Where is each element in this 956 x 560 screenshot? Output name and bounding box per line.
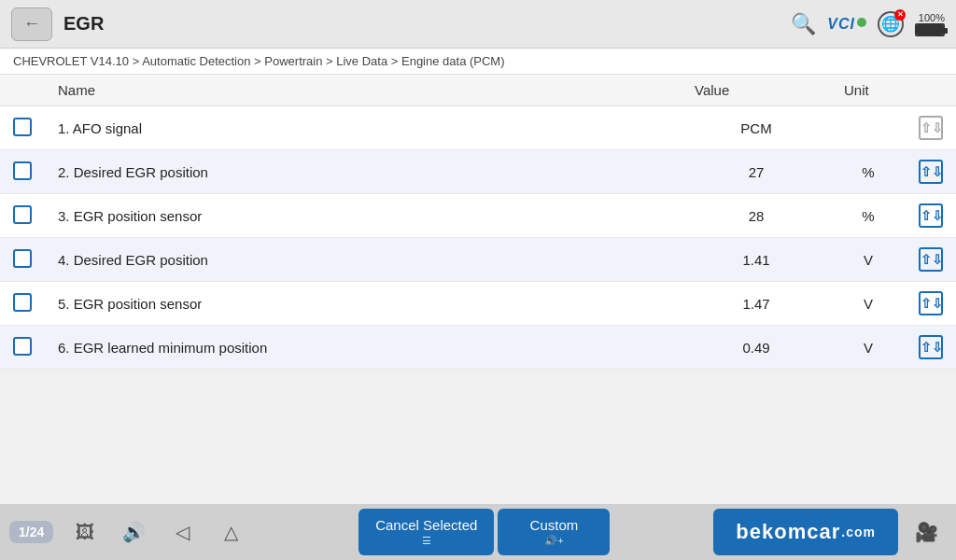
breadcrumb-text: CHEVROLET V14.10 > Automatic Detection >… [13, 54, 505, 68]
graph-icon[interactable]: ⇧⇩ [919, 247, 943, 272]
header: ← EGR 🔍 VCI 🌐 ✕ 100% [0, 0, 956, 49]
th-graph [906, 75, 956, 106]
row-name: 3. EGR position sensor [45, 194, 682, 238]
row-graph-cell[interactable]: ⇧⇩ [906, 194, 956, 238]
row-unit: % [831, 194, 906, 238]
vci-indicator: VCI [827, 16, 866, 33]
cancel-selected-label: Cancel Selected [375, 517, 477, 533]
bottom-bar: 1/24 🖼 🔊 ◁ △ Cancel Selected ☰ Custom 🔊+… [0, 504, 956, 560]
volume-button[interactable]: 🔊 [109, 511, 158, 553]
row-name: 6. EGR learned minimum position [45, 326, 682, 370]
checkbox-cell[interactable] [0, 150, 45, 194]
checkbox-cell[interactable] [0, 282, 45, 326]
cancel-selected-sub: ☰ [422, 535, 431, 547]
row-checkbox[interactable] [13, 249, 32, 268]
th-value: Value [682, 75, 831, 106]
row-unit [831, 106, 906, 150]
page-indicator: 1/24 [9, 521, 53, 543]
row-name: 2. Desired EGR position [45, 150, 682, 194]
row-value: 1.41 [682, 238, 831, 282]
row-value: 28 [682, 194, 831, 238]
battery-indicator: 100% [915, 12, 945, 36]
table-row: 6. EGR learned minimum position0.49V⇧⇩ [0, 326, 956, 370]
row-graph-cell[interactable]: ⇧⇩ [906, 238, 956, 282]
record-icon: 🎥 [915, 521, 938, 543]
graph-icon[interactable]: ⇧⇩ [919, 291, 943, 315]
brand-domain: .com [841, 525, 876, 539]
row-name: 1. AFO signal [45, 106, 682, 150]
custom-label: Custom [530, 517, 579, 533]
search-icon[interactable]: 🔍 [791, 12, 816, 36]
graph-icon[interactable]: ⇧⇩ [919, 335, 943, 359]
th-unit: Unit [831, 75, 906, 106]
network-icon[interactable]: 🌐 ✕ [878, 11, 904, 37]
row-graph-cell[interactable]: ⇧⇩ [906, 282, 956, 326]
row-graph-cell[interactable]: ⇧⇩ [906, 326, 956, 370]
back-nav-icon: ◁ [176, 521, 190, 543]
row-checkbox[interactable] [13, 293, 32, 312]
table-body: 1. AFO signalPCM⇧⇩2. Desired EGR positio… [0, 106, 956, 370]
checkbox-cell[interactable] [0, 326, 45, 370]
graph-icon[interactable]: ⇧⇩ [919, 160, 943, 184]
custom-sub: 🔊+ [544, 535, 563, 547]
checkbox-cell[interactable] [0, 238, 45, 282]
network-error-badge: ✕ [894, 9, 906, 21]
vci-label: VCI [827, 16, 855, 33]
row-unit: V [831, 238, 906, 282]
cancel-selected-button[interactable]: Cancel Selected ☰ [358, 509, 494, 555]
breadcrumb: CHEVROLET V14.10 > Automatic Detection >… [0, 49, 956, 75]
row-value: PCM [682, 106, 831, 150]
graph-icon[interactable]: ⇧⇩ [919, 203, 943, 228]
th-name: Name [45, 75, 682, 106]
data-table-container: Name Value Unit 1. AFO signalPCM⇧⇩2. Des… [0, 75, 956, 500]
row-checkbox[interactable] [13, 205, 32, 224]
back-icon: ← [23, 14, 40, 34]
th-checkbox [0, 75, 45, 106]
brand-logo: bekomcar.com [713, 509, 898, 555]
checkbox-cell[interactable] [0, 194, 45, 238]
bottom-center: Cancel Selected ☰ Custom 🔊+ [358, 509, 610, 555]
battery-percent: 100% [919, 12, 945, 23]
brand-name: bekomcar [736, 520, 840, 544]
table-row: 3. EGR position sensor28%⇧⇩ [0, 194, 956, 238]
battery-bar [915, 23, 945, 36]
row-checkbox[interactable] [13, 337, 32, 356]
row-unit: V [831, 326, 906, 370]
back-nav-button[interactable]: ◁ [158, 511, 206, 553]
table-header: Name Value Unit [0, 75, 956, 106]
header-icons: 🔍 VCI 🌐 ✕ 100% [791, 11, 945, 37]
row-value: 1.47 [682, 282, 831, 326]
gallery-icon: 🖼 [76, 522, 94, 543]
back-button[interactable]: ← [11, 7, 52, 41]
row-checkbox[interactable] [13, 118, 32, 136]
record-button[interactable]: 🎥 [906, 511, 947, 553]
volume-icon: 🔊 [122, 521, 146, 543]
custom-button[interactable]: Custom 🔊+ [498, 509, 610, 555]
row-value: 0.49 [682, 326, 831, 370]
bottom-nav-icons: 🎥 [906, 511, 947, 553]
row-unit: V [831, 282, 906, 326]
row-checkbox[interactable] [13, 161, 32, 180]
bottom-right: bekomcar.com 🎥 [713, 509, 956, 555]
live-data-table: Name Value Unit 1. AFO signalPCM⇧⇩2. Des… [0, 75, 956, 370]
home-button[interactable]: △ [206, 511, 255, 553]
table-row: 4. Desired EGR position1.41V⇧⇩ [0, 238, 956, 282]
table-row: 2. Desired EGR position27%⇧⇩ [0, 150, 956, 194]
table-row: 1. AFO signalPCM⇧⇩ [0, 106, 956, 150]
row-name: 4. Desired EGR position [45, 238, 682, 282]
row-name: 5. EGR position sensor [45, 282, 682, 326]
page-title: EGR [63, 13, 791, 35]
row-graph-cell[interactable]: ⇧⇩ [906, 106, 956, 150]
home-icon: △ [224, 521, 238, 543]
table-row: 5. EGR position sensor1.47V⇧⇩ [0, 282, 956, 326]
row-graph-cell[interactable]: ⇧⇩ [906, 150, 956, 194]
graph-icon-disabled: ⇧⇩ [919, 116, 943, 140]
bottom-left: 1/24 🖼 🔊 ◁ △ [0, 511, 255, 553]
row-unit: % [831, 150, 906, 194]
checkbox-cell[interactable] [0, 106, 45, 150]
gallery-button[interactable]: 🖼 [61, 511, 109, 553]
row-value: 27 [682, 150, 831, 194]
battery-fill [917, 25, 943, 35]
vci-connected-dot [857, 18, 866, 27]
